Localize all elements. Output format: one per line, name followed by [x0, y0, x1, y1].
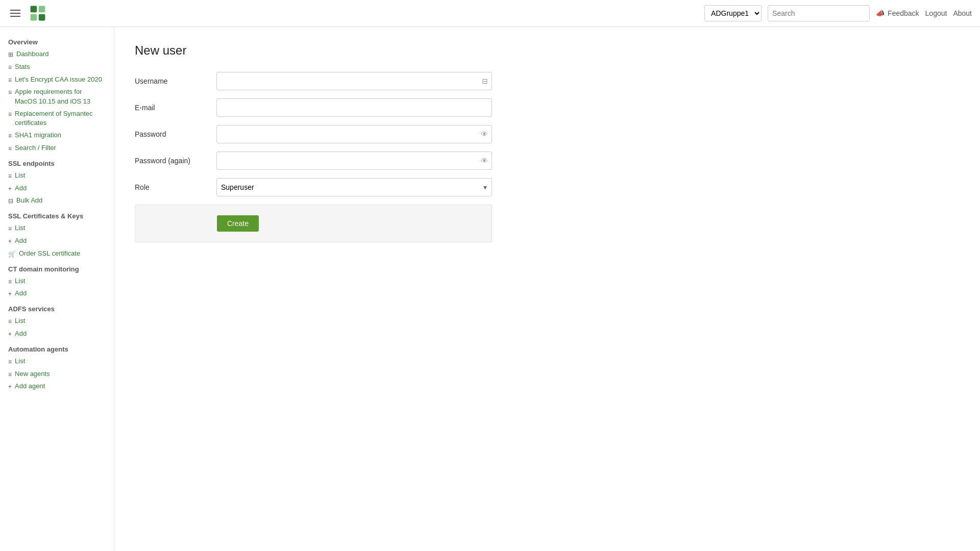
sidebar-item-sha1[interactable]: ≡ SHA1 migration: [0, 129, 114, 142]
username-input[interactable]: [216, 72, 492, 90]
sidebar-item-adfs-list[interactable]: ≡ List: [0, 315, 114, 328]
sidebar-section-adfs: ADFS services: [0, 300, 114, 315]
sidebar-item-cert-order[interactable]: 🛒 Order SSL certificate: [0, 247, 114, 260]
sidebar-item-label: Add: [15, 329, 27, 338]
megaphone-icon: 📣: [876, 9, 885, 17]
sidebar-item-label: Apple requirements for MacOS 10.15 and i…: [15, 87, 106, 106]
sidebar-item-label: List: [15, 171, 25, 180]
email-input-wrapper: [216, 98, 492, 117]
plus-icon: +: [8, 330, 12, 339]
password-again-label: Password (again): [135, 157, 216, 165]
svg-rect-3: [39, 14, 45, 21]
password-input[interactable]: [216, 125, 492, 143]
filter-icon: ≡: [8, 144, 12, 153]
layout: Overview ⊞ Dashboard ≡ Stats ≡ Let's Enc…: [0, 27, 980, 551]
sidebar-item-label: Replacement of Symantec certificates: [15, 109, 106, 128]
sidebar-item-stats[interactable]: ≡ Stats: [0, 61, 114, 73]
sidebar-item-label: Let's Encrypt CAA issue 2020: [15, 75, 102, 84]
list-icon: ≡: [8, 172, 12, 181]
about-button[interactable]: About: [953, 9, 972, 17]
username-input-wrapper: ⊟: [216, 72, 492, 90]
sidebar-item-adfs-add[interactable]: + Add: [0, 328, 114, 340]
sidebar-item-ssl-bulk-add[interactable]: ⊟ Bulk Add: [0, 194, 114, 207]
logout-button[interactable]: Logout: [925, 9, 947, 17]
grid-icon: ⊞: [8, 51, 13, 59]
sidebar-item-label: Dashboard: [16, 49, 49, 59]
sidebar-item-search-filter[interactable]: ≡ Search / Filter: [0, 142, 114, 155]
plus-icon: +: [8, 290, 12, 298]
sidebar-item-ssl-list[interactable]: ≡ List: [0, 169, 114, 182]
sidebar-item-cert-list[interactable]: ≡ List: [0, 222, 114, 235]
password-label: Password: [135, 130, 216, 138]
new-user-form: Username ⊟ E-mail Password 👁: [135, 72, 492, 242]
email-label: E-mail: [135, 104, 216, 112]
list-icon: ≡: [8, 358, 12, 366]
svg-rect-1: [39, 6, 45, 13]
sidebar-item-ssl-add[interactable]: + Add: [0, 182, 114, 195]
sidebar-section-automation: Automation agents: [0, 340, 114, 355]
role-row: Role Superuser Admin User: [135, 178, 492, 196]
app-logo: [29, 4, 47, 22]
sidebar-item-new-agents[interactable]: ≡ New agents: [0, 368, 114, 381]
sidebar-item-label: Add: [15, 184, 27, 193]
list-icon: ≡: [8, 76, 12, 85]
search-box[interactable]: [768, 5, 870, 21]
list-icon: ≡: [8, 110, 12, 119]
password-input-wrapper: 👁: [216, 125, 492, 143]
sidebar-item-label: New agents: [15, 369, 50, 379]
sidebar-item-label: Search / Filter: [15, 143, 56, 153]
group-selector[interactable]: ADGruppe1: [704, 5, 762, 21]
sidebar-item-cert-add[interactable]: + Add: [0, 235, 114, 247]
bulk-icon: ⊟: [8, 197, 13, 206]
list-icon: ≡: [8, 88, 12, 97]
role-select[interactable]: Superuser Admin User: [216, 178, 492, 196]
username-row: Username ⊟: [135, 72, 492, 90]
header: ADGruppe1 📣 Feedback Logout About: [0, 0, 980, 27]
page-title: New user: [135, 43, 960, 58]
list-icon: ≡: [8, 63, 12, 72]
list-icon: ≡: [8, 278, 12, 286]
username-label: Username: [135, 77, 216, 85]
sidebar-item-ct-add[interactable]: + Add: [0, 287, 114, 300]
group-select-input[interactable]: ADGruppe1: [705, 6, 761, 21]
menu-toggle-button[interactable]: [8, 8, 22, 19]
sidebar-item-apple[interactable]: ≡ Apple requirements for MacOS 10.15 and…: [0, 86, 114, 107]
sidebar-item-label: SHA1 migration: [15, 131, 61, 140]
plus-icon: +: [8, 237, 12, 246]
sidebar-item-add-agent[interactable]: + Add agent: [0, 380, 114, 393]
password-again-input[interactable]: [216, 152, 492, 170]
sidebar-section-ct: CT domain monitoring: [0, 260, 114, 275]
sidebar-item-label: List: [15, 277, 25, 286]
create-button[interactable]: Create: [217, 215, 259, 232]
sidebar-section-overview: Overview: [0, 33, 114, 48]
feedback-link[interactable]: 📣 Feedback: [876, 9, 919, 17]
sidebar-section-ssl-endpoints: SSL endpoints: [0, 155, 114, 169]
main-content: New user Username ⊟ E-mail Password: [114, 27, 980, 551]
sidebar-item-label: List: [15, 357, 25, 366]
svg-rect-2: [31, 14, 37, 21]
sidebar-item-label: Bulk Add: [16, 196, 42, 205]
email-input[interactable]: [216, 98, 492, 117]
sidebar-item-replacement[interactable]: ≡ Replacement of Symantec certificates: [0, 108, 114, 129]
sidebar-item-automation-list[interactable]: ≡ List: [0, 355, 114, 368]
password-row: Password 👁: [135, 125, 492, 143]
list-icon: ≡: [8, 132, 12, 140]
role-label: Role: [135, 183, 216, 191]
sidebar-item-letsencrypt[interactable]: ≡ Let's Encrypt CAA issue 2020: [0, 73, 114, 86]
sidebar-item-label: Order SSL certificate: [19, 249, 80, 258]
sidebar-item-label: List: [15, 223, 25, 233]
form-footer: Create: [135, 205, 492, 242]
search-input[interactable]: [772, 9, 865, 17]
plus-icon: +: [8, 383, 12, 391]
sidebar-item-label: List: [15, 316, 25, 325]
sidebar-item-ct-list[interactable]: ≡ List: [0, 275, 114, 288]
sidebar-item-label: Add: [15, 236, 27, 245]
list-icon: ≡: [8, 370, 12, 379]
sidebar-item-dashboard[interactable]: ⊞ Dashboard: [0, 48, 114, 61]
email-row: E-mail: [135, 98, 492, 117]
svg-rect-0: [31, 6, 37, 13]
sidebar: Overview ⊞ Dashboard ≡ Stats ≡ Let's Enc…: [0, 27, 114, 551]
password-again-row: Password (again) 👁: [135, 152, 492, 170]
sidebar-item-label: Add agent: [15, 382, 45, 391]
role-select-wrapper: Superuser Admin User: [216, 178, 492, 196]
